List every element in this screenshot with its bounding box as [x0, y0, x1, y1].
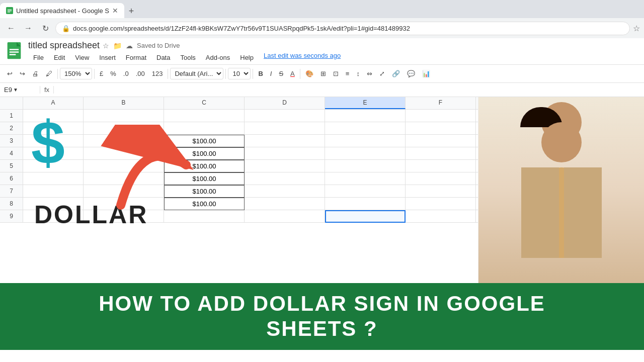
cell-h6[interactable] — [476, 172, 536, 185]
cell-e6[interactable] — [325, 172, 406, 185]
zoom-select[interactable]: 150% — [60, 68, 92, 79]
italic-button[interactable]: I — [267, 68, 275, 79]
cell-f1[interactable] — [406, 110, 476, 122]
back-button[interactable]: ← — [4, 21, 18, 35]
folder-icon[interactable]: 📁 — [113, 42, 122, 50]
menu-addons[interactable]: Add-ons — [201, 52, 235, 63]
paint-format-button[interactable]: 🖊 — [43, 68, 55, 79]
forward-button[interactable]: → — [21, 21, 35, 35]
new-tab-button[interactable]: + — [124, 4, 138, 18]
fill-color-button[interactable]: 🎨 — [302, 68, 316, 79]
address-bar[interactable]: 🔒 docs.google.com/spreadsheets/d/1ZzF24f… — [55, 22, 630, 35]
cell-d1[interactable] — [245, 110, 325, 122]
decimal-increase-button[interactable]: .00 — [133, 68, 148, 79]
menu-insert[interactable]: Insert — [94, 52, 121, 63]
align-button[interactable]: ≡ — [343, 68, 353, 79]
cell-e4[interactable] — [325, 147, 406, 160]
cell-h2[interactable] — [476, 122, 536, 135]
active-tab[interactable]: Untitled spreadsheet - Google S ✕ — [0, 3, 124, 18]
col-header-e[interactable]: E — [325, 97, 406, 109]
tab-close-button[interactable]: ✕ — [112, 7, 118, 15]
cell-f2[interactable] — [406, 122, 476, 135]
cell-c7[interactable]: $100.00 — [164, 185, 245, 198]
cell-f7[interactable] — [406, 185, 476, 198]
comment-button[interactable]: 💬 — [404, 68, 418, 79]
cell-e2[interactable] — [325, 122, 406, 135]
cell-e5[interactable] — [325, 160, 406, 172]
cell-f9[interactable] — [406, 210, 476, 223]
cell-e7[interactable] — [325, 185, 406, 198]
col-header-f[interactable]: F — [406, 97, 476, 109]
text-color-button[interactable]: A — [287, 68, 298, 79]
bold-button[interactable]: B — [255, 68, 266, 79]
decimal-decrease-button[interactable]: .0 — [120, 68, 132, 79]
valign-button[interactable]: ↕ — [353, 68, 363, 79]
menu-format[interactable]: Format — [121, 52, 151, 63]
menu-help[interactable]: Help — [235, 52, 259, 63]
col-header-c[interactable]: C — [164, 97, 245, 109]
percent-button[interactable]: % — [107, 68, 119, 79]
row-num-3[interactable]: 3 — [0, 135, 23, 147]
last-edit-status[interactable]: Last edit was seconds ago — [264, 52, 341, 63]
cell-b5[interactable] — [84, 160, 164, 172]
font-name-select[interactable]: Default (Ari... — [170, 68, 223, 79]
cell-h4[interactable] — [476, 147, 536, 160]
cell-a6[interactable] — [23, 172, 84, 185]
cell-e3[interactable] — [325, 135, 406, 147]
cell-b8[interactable] — [84, 198, 164, 210]
cell-ref-dropdown[interactable]: ▼ — [13, 87, 18, 93]
cell-f3[interactable] — [406, 135, 476, 147]
undo-button[interactable]: ↩ — [4, 68, 16, 79]
cell-d7[interactable] — [245, 185, 325, 198]
font-size-select[interactable]: 10 — [228, 68, 251, 79]
cell-h7[interactable] — [476, 185, 536, 198]
cell-c9[interactable] — [164, 210, 245, 223]
menu-file[interactable]: File — [28, 52, 49, 63]
cell-f6[interactable] — [406, 172, 476, 185]
redo-button[interactable]: ↪ — [17, 68, 28, 79]
cell-h5[interactable] — [476, 160, 536, 172]
row-num-1[interactable]: 1 — [0, 110, 23, 122]
col-header-d[interactable]: D — [245, 97, 325, 109]
bookmark-icon[interactable]: ☆ — [633, 24, 640, 33]
row-num-2[interactable]: 2 — [0, 122, 23, 135]
cell-a7[interactable] — [23, 185, 84, 198]
cell-e9[interactable] — [325, 210, 406, 223]
chart-button[interactable]: 📊 — [419, 68, 433, 79]
borders-button[interactable]: ⊞ — [317, 68, 329, 79]
merge-cells-button[interactable]: ⊡ — [330, 68, 342, 79]
cell-c4[interactable]: $100.00 — [164, 147, 245, 160]
cell-reference-box[interactable]: E9 ▼ — [0, 86, 40, 94]
more-formats-button[interactable]: 123 — [149, 68, 166, 79]
col-header-a[interactable]: A — [23, 97, 84, 109]
cell-f8[interactable] — [406, 198, 476, 210]
cell-a8[interactable] — [23, 198, 84, 210]
cell-d9[interactable] — [245, 210, 325, 223]
cell-a1[interactable] — [23, 110, 84, 122]
cell-a5[interactable] — [23, 160, 84, 172]
cell-b6[interactable] — [84, 172, 164, 185]
cell-b7[interactable] — [84, 185, 164, 198]
cell-e8[interactable] — [325, 198, 406, 210]
cell-h3[interactable] — [476, 135, 536, 147]
cell-a2[interactable] — [23, 122, 84, 135]
row-num-4[interactable]: 4 — [0, 147, 23, 160]
link-button[interactable]: 🔗 — [389, 68, 403, 79]
text-rotate-button[interactable]: ⤢ — [376, 68, 388, 79]
cell-b1[interactable] — [84, 110, 164, 122]
cell-d8[interactable] — [245, 198, 325, 210]
doc-title[interactable]: titled spreadsheet — [28, 40, 100, 51]
cell-a9[interactable] — [23, 210, 84, 223]
cell-c8[interactable]: $100.00 — [164, 198, 245, 210]
cell-h8[interactable] — [476, 198, 536, 210]
cell-c1[interactable] — [164, 110, 245, 122]
row-num-7[interactable]: 7 — [0, 185, 23, 198]
col-header-h[interactable]: H — [476, 97, 536, 109]
cell-d3[interactable] — [245, 135, 325, 147]
cell-b4[interactable] — [84, 147, 164, 160]
col-header-b[interactable]: B — [84, 97, 164, 109]
refresh-button[interactable]: ↻ — [38, 21, 52, 35]
row-num-6[interactable]: 6 — [0, 172, 23, 185]
row-num-9[interactable]: 9 — [0, 210, 23, 223]
menu-data[interactable]: Data — [151, 52, 175, 63]
